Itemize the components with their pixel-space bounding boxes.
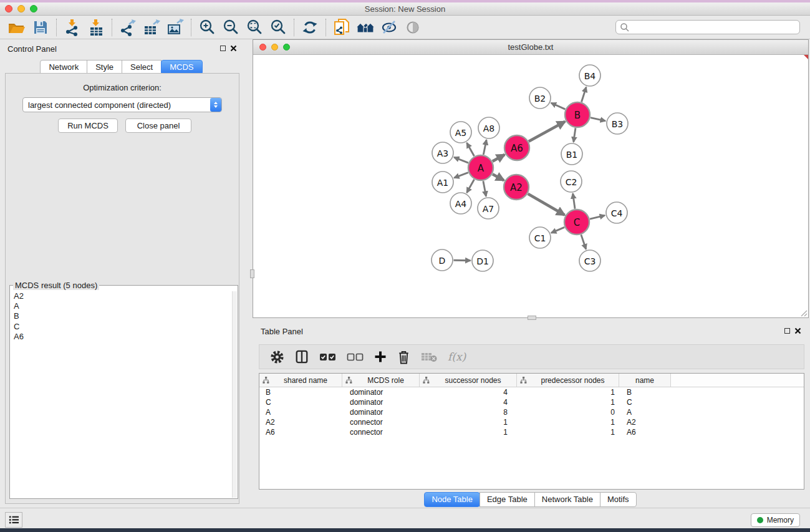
cell-MCDS-role[interactable]: dominator [342, 398, 420, 407]
cell-MCDS-role[interactable]: connector [342, 418, 420, 427]
graph-node-a5[interactable]: A5 [450, 122, 471, 143]
table-settings-button[interactable] [270, 350, 284, 364]
graph-edge-A-A6[interactable] [493, 155, 504, 162]
graph-edge-B-B1[interactable] [574, 128, 576, 142]
graph-node-b[interactable]: B [565, 102, 590, 127]
graph-node-d1[interactable]: D1 [472, 250, 493, 271]
search-box[interactable] [615, 20, 800, 34]
export-image-button[interactable] [163, 17, 187, 37]
close-panel-icon[interactable] [230, 45, 237, 52]
table-row-c[interactable]: Cdominator41C [259, 397, 804, 407]
tab-network-table[interactable]: Network Table [534, 492, 600, 507]
graph-node-b1[interactable]: B1 [561, 143, 582, 165]
network-canvas[interactable]: B4B2BB3A8A5A6A3B1AA1C2A2A4A7C4CC1DD1C3 [253, 55, 808, 317]
graph-edge-B-B2[interactable] [551, 103, 566, 109]
cell-predecessor-nodes[interactable]: 1 [517, 428, 619, 437]
duplicate-network-button[interactable] [330, 17, 354, 37]
graph-edge-A-A4[interactable] [467, 180, 475, 193]
tab-motifs[interactable]: Motifs [600, 492, 637, 507]
cell-MCDS-role[interactable]: connector [342, 428, 420, 437]
result-scrollbar[interactable] [232, 291, 237, 498]
cell-name[interactable]: A2 [619, 418, 671, 427]
column-header-shared-name[interactable]: shared name [259, 374, 342, 387]
create-column-button[interactable] [374, 351, 387, 363]
cell-name[interactable]: A [619, 408, 671, 417]
cell-name[interactable]: B [619, 388, 671, 397]
graph-node-c3[interactable]: C3 [579, 250, 600, 271]
delete-table-button[interactable] [421, 351, 437, 362]
zoom-selected-button[interactable] [266, 17, 290, 37]
cell-MCDS-role[interactable]: dominator [342, 408, 420, 417]
column-header-successor-nodes[interactable]: successor nodes [420, 374, 517, 387]
memory-button[interactable]: Memory [751, 513, 800, 527]
graph-node-c4[interactable]: C4 [606, 202, 627, 223]
run-mcds-button[interactable]: Run MCDS [58, 118, 118, 133]
divider-grip-left[interactable] [250, 269, 254, 278]
column-header-name[interactable]: name [619, 374, 671, 387]
graph-node-a1[interactable]: A1 [432, 172, 453, 193]
table-row-b[interactable]: Bdominator41B [259, 387, 804, 397]
graph-node-b3[interactable]: B3 [607, 113, 628, 134]
cell-MCDS-role[interactable]: dominator [342, 388, 420, 397]
graph-node-a7[interactable]: A7 [478, 198, 499, 219]
graph-edge-A2-C[interactable] [528, 194, 565, 215]
graph-edge-A-A7[interactable] [483, 181, 486, 196]
import-network-button[interactable] [60, 17, 84, 37]
graph-edge-A-A2[interactable] [493, 174, 504, 180]
cell-successor-nodes[interactable]: 4 [420, 388, 517, 397]
table-row-a6[interactable]: A6connector11A6 [259, 427, 804, 437]
result-item-a6[interactable]: A6 [11, 332, 232, 342]
cell-shared-name[interactable]: A6 [259, 428, 342, 437]
graph-node-c[interactable]: C [564, 210, 589, 235]
close-panel-button[interactable]: Close panel [125, 118, 191, 133]
column-header-MCDS-role[interactable]: MCDS role [342, 374, 420, 387]
graph-edge-C-C1[interactable] [551, 227, 564, 233]
zoom-in-button[interactable] [195, 17, 219, 37]
cell-predecessor-nodes[interactable]: 1 [517, 388, 619, 397]
graph-edge-C-C3[interactable] [581, 235, 586, 249]
criterion-select[interactable]: largest connected component (directed) [22, 97, 222, 112]
export-network-button[interactable] [116, 17, 140, 37]
cell-predecessor-nodes[interactable]: 0 [517, 408, 619, 417]
cell-name[interactable]: A6 [619, 428, 671, 437]
save-session-button[interactable] [29, 17, 52, 37]
graph-edge-A-A5[interactable] [467, 143, 475, 156]
column-header-predecessor-nodes[interactable]: predecessor nodes [517, 374, 619, 387]
graph-node-c2[interactable]: C2 [561, 171, 582, 192]
graph-edge-B-B3[interactable] [591, 118, 605, 121]
cell-successor-nodes[interactable]: 8 [420, 408, 517, 417]
cell-predecessor-nodes[interactable]: 1 [517, 398, 619, 407]
graph-edge-C-C2[interactable] [573, 193, 575, 208]
open-session-button[interactable] [5, 17, 29, 37]
tab-edge-table[interactable]: Edge Table [480, 492, 535, 507]
cell-successor-nodes[interactable]: 1 [420, 428, 517, 437]
cell-successor-nodes[interactable]: 4 [420, 398, 517, 407]
table-float-panel-icon[interactable] [784, 328, 790, 334]
export-table-button[interactable] [140, 17, 163, 37]
graph-node-a[interactable]: A [468, 155, 493, 180]
graph-edge-C-C4[interactable] [590, 215, 605, 219]
preview-eye-button[interactable] [401, 17, 425, 37]
cell-successor-nodes[interactable]: 1 [420, 418, 517, 427]
graph-edge-A6-B[interactable] [529, 122, 565, 142]
graph-node-b4[interactable]: B4 [579, 65, 600, 86]
graph-node-a6[interactable]: A6 [504, 135, 529, 160]
graph-edge-A-A1[interactable] [454, 173, 468, 178]
refresh-button[interactable] [298, 17, 322, 37]
select-all-button[interactable] [319, 352, 336, 362]
network-window-titlebar[interactable]: testGlobe.txt [253, 40, 808, 55]
cell-shared-name[interactable]: B [259, 388, 342, 397]
import-table-button[interactable] [84, 17, 108, 37]
cell-shared-name[interactable]: A2 [259, 418, 342, 427]
graph-node-b2[interactable]: B2 [529, 87, 551, 109]
graph-node-a4[interactable]: A4 [450, 193, 471, 214]
float-panel-icon[interactable] [220, 46, 226, 51]
zoom-fit-button[interactable] [243, 17, 266, 37]
graph-node-a3[interactable]: A3 [432, 142, 453, 163]
tab-node-table[interactable]: Node Table [424, 492, 480, 507]
network-graph[interactable]: B4B2BB3A8A5A6A3B1AA1C2A2A4A7C4CC1DD1C3 [253, 55, 808, 317]
home-button[interactable] [354, 17, 377, 37]
graph-node-d[interactable]: D [432, 249, 453, 271]
cell-shared-name[interactable]: C [259, 398, 342, 407]
cell-name[interactable]: C [619, 398, 671, 407]
